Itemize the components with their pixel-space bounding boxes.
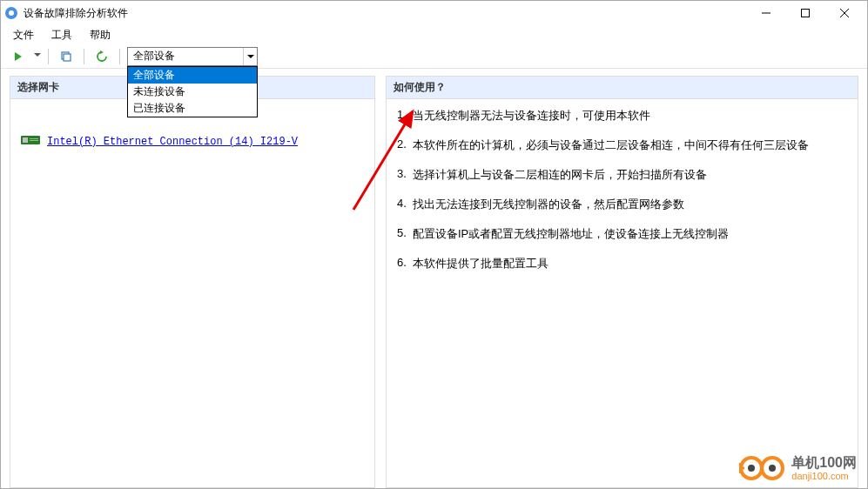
toolbar-separator — [84, 49, 84, 64]
instruction-list: 当无线控制器无法与设备连接时，可使用本软件 本软件所在的计算机，必须与设备通过二… — [397, 108, 847, 271]
instruction-item: 选择计算机上与设备二层相连的网卡后，开始扫描所有设备 — [397, 167, 847, 183]
svg-marker-10 — [247, 55, 254, 58]
instruction-item: 当无线控制器无法与设备连接时，可使用本软件 — [397, 108, 847, 124]
menu-help[interactable]: 帮助 — [83, 26, 118, 44]
svg-rect-13 — [30, 138, 38, 139]
app-icon — [4, 6, 18, 20]
window-title: 设备故障排除分析软件 — [24, 6, 746, 21]
toolbar-separator — [48, 49, 49, 64]
svg-rect-8 — [64, 54, 71, 61]
nic-panel-body: Intel(R) Ethernet Connection (14) I219-V — [10, 99, 374, 487]
svg-marker-9 — [100, 50, 104, 54]
instruction-item: 找出无法连接到无线控制器的设备，然后配置网络参数 — [397, 197, 847, 212]
svg-line-4 — [840, 9, 849, 17]
refresh-button[interactable] — [91, 46, 112, 67]
titlebar: 设备故障排除分析软件 — [1, 1, 867, 25]
device-filter-combo[interactable]: 全部设备 全部设备 未连接设备 已连接设备 — [127, 47, 258, 66]
menubar: 文件 工具 帮助 — [1, 25, 867, 44]
instruction-item: 本软件所在的计算机，必须与设备通过二层设备相连，中间不得有任何三层设备 — [397, 137, 847, 153]
nic-icon — [21, 134, 42, 149]
close-button[interactable] — [824, 1, 864, 25]
svg-rect-3 — [801, 10, 809, 17]
run-button[interactable] — [8, 46, 29, 67]
content-area: 选择网卡 Intel(R) Ethernet Connection (14) I… — [1, 69, 867, 488]
combo-option-disconnected[interactable]: 未连接设备 — [128, 84, 257, 100]
nic-panel: 选择网卡 Intel(R) Ethernet Connection (14) I… — [10, 76, 375, 488]
watermark: 单机100网 danji100.com — [739, 453, 857, 483]
svg-rect-12 — [23, 137, 28, 143]
menu-file[interactable]: 文件 — [6, 26, 41, 44]
instruction-item: 配置设备IP或者配置无线控制器地址，使设备连接上无线控制器 — [397, 226, 847, 242]
svg-point-22 — [769, 465, 776, 472]
combo-selected-value: 全部设备 — [128, 49, 243, 64]
instruction-item: 本软件提供了批量配置工具 — [397, 256, 847, 271]
help-panel: 如何使用？ 当无线控制器无法与设备连接时，可使用本软件 本软件所在的计算机，必须… — [386, 76, 858, 488]
watermark-line1: 单机100网 — [791, 455, 857, 471]
svg-marker-6 — [15, 52, 22, 61]
toolbar-separator — [119, 49, 120, 64]
maximize-button[interactable] — [785, 1, 824, 25]
toolbar: 全部设备 全部设备 未连接设备 已连接设备 — [1, 44, 867, 69]
help-panel-header: 如何使用？ — [387, 77, 858, 99]
svg-point-1 — [9, 10, 14, 16]
nic-item: Intel(R) Ethernet Connection (14) I219-V — [21, 134, 364, 149]
svg-point-20 — [748, 465, 755, 472]
svg-rect-14 — [30, 140, 38, 141]
copy-button[interactable] — [56, 46, 77, 67]
combo-option-connected[interactable]: 已连接设备 — [128, 100, 257, 117]
window-controls — [746, 1, 864, 25]
watermark-line2: danji100.com — [791, 471, 857, 481]
minimize-button[interactable] — [746, 1, 785, 25]
combo-dropdown: 全部设备 未连接设备 已连接设备 — [127, 66, 258, 117]
menu-tools[interactable]: 工具 — [44, 26, 79, 44]
chevron-down-icon — [243, 48, 257, 65]
combo-option-all[interactable]: 全部设备 — [128, 67, 257, 84]
nic-link[interactable]: Intel(R) Ethernet Connection (14) I219-V — [47, 136, 298, 148]
svg-line-5 — [840, 9, 849, 17]
help-panel-body: 当无线控制器无法与设备连接时，可使用本软件 本软件所在的计算机，必须与设备通过二… — [387, 99, 858, 487]
run-dropdown-icon[interactable] — [34, 53, 41, 60]
watermark-logo-icon — [739, 453, 784, 483]
